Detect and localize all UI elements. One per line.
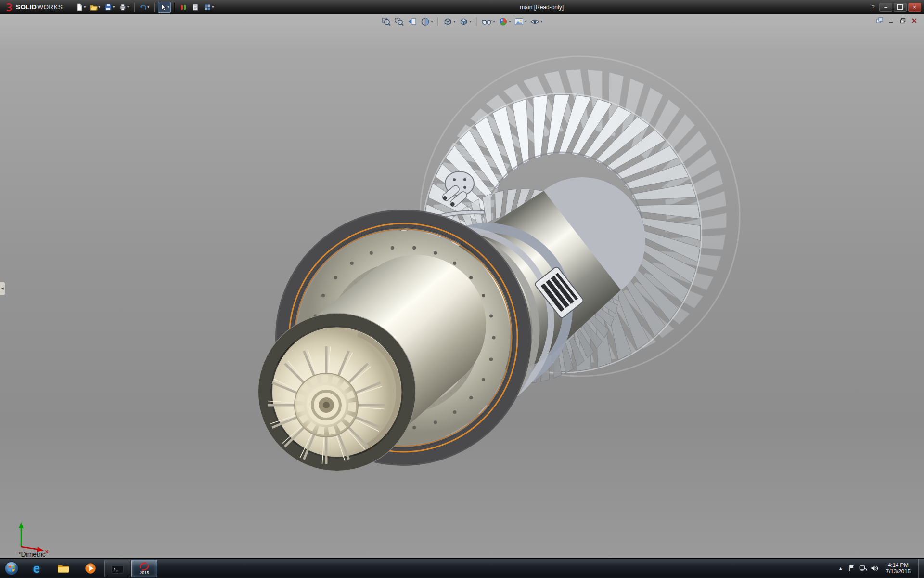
- dropdown-caret-icon: ▾: [127, 5, 129, 9]
- appearance-colors-icon: [180, 3, 187, 11]
- view-orientation-label: *Dimetric: [18, 551, 46, 558]
- view-orientation-button[interactable]: ▾: [442, 16, 456, 27]
- section-view-icon: [420, 17, 430, 26]
- clipboard-button[interactable]: [190, 2, 201, 13]
- undo-icon: [139, 3, 147, 11]
- select-cursor-icon: [159, 3, 167, 11]
- main-toolbar: ▾ ▾ ▾: [74, 2, 215, 13]
- taskbar-item-command-prompt[interactable]: [104, 560, 130, 577]
- dropdown-caret-icon: ▾: [431, 20, 433, 24]
- windows-start-orb-icon: [4, 561, 19, 576]
- y-axis-arrow: [19, 522, 24, 528]
- section-view-button[interactable]: ▾: [420, 16, 433, 27]
- close-icon: ×: [913, 4, 916, 10]
- undo-button[interactable]: ▾: [138, 2, 151, 13]
- show-desktop-button[interactable]: [918, 559, 924, 578]
- zoom-to-area-icon: [394, 17, 404, 26]
- appearance-colors-button[interactable]: [178, 2, 189, 13]
- show-hidden-icons-button[interactable]: ▲: [837, 566, 845, 571]
- zoom-to-area-button[interactable]: [394, 16, 404, 27]
- hide-show-items-button[interactable]: ▾: [481, 16, 495, 27]
- taskbar-clock[interactable]: 4:14 PM 7/13/2015: [882, 562, 914, 575]
- logo-text-light: WORKS: [37, 3, 63, 11]
- clipboard-icon: [192, 3, 199, 11]
- cascade-document-button[interactable]: [875, 16, 885, 25]
- close-window-button[interactable]: ×: [908, 3, 921, 12]
- restore-icon: [900, 18, 906, 24]
- solidworks-version-badge: 2015: [140, 571, 149, 575]
- dropdown-caret-icon: ▾: [509, 20, 511, 24]
- system-tray: ▲: [837, 559, 924, 578]
- new-document-button[interactable]: ▾: [74, 2, 87, 13]
- save-button[interactable]: ▾: [103, 2, 116, 13]
- apply-scene-icon: [514, 17, 524, 26]
- minimize-icon: –: [884, 4, 887, 10]
- taskbar-item-file-explorer[interactable]: [51, 560, 77, 577]
- restore-document-button[interactable]: [898, 16, 908, 25]
- dropdown-caret-icon: ▾: [469, 20, 471, 24]
- dropdown-caret-icon: ▾: [212, 5, 214, 9]
- print-icon: [119, 3, 127, 11]
- help-icon: ?: [871, 3, 874, 11]
- apply-scene-button[interactable]: ▾: [514, 16, 527, 27]
- help-button[interactable]: ?: [868, 3, 878, 12]
- taskbar-item-solidworks-2015[interactable]: 2015: [131, 560, 157, 577]
- maximize-icon: [897, 4, 903, 10]
- start-button[interactable]: [0, 559, 23, 578]
- network-status-button[interactable]: [859, 565, 867, 572]
- toolbar-separator: [437, 17, 438, 26]
- print-button[interactable]: ▾: [117, 2, 130, 13]
- window-title: main [Read-only]: [215, 4, 868, 11]
- clock-time: 4:14 PM: [886, 562, 911, 568]
- display-style-button[interactable]: ▾: [458, 16, 472, 27]
- collapse-arrow-icon: ◀: [1, 287, 3, 290]
- jet-engine-model[interactable]: x: [0, 14, 924, 559]
- volume-button[interactable]: [871, 565, 879, 572]
- feature-manager-collapse-tab[interactable]: ◀: [0, 282, 5, 295]
- close-document-button[interactable]: [910, 16, 919, 25]
- close-icon: [911, 18, 917, 24]
- dropdown-caret-icon: ▾: [493, 20, 495, 24]
- graphics-area[interactable]: x: [0, 14, 924, 559]
- toolbar-separator: [134, 3, 134, 12]
- document-window-controls: [875, 16, 919, 25]
- previous-view-button[interactable]: [407, 16, 417, 27]
- dropdown-caret-icon: ▾: [541, 20, 543, 24]
- taskbar-item-internet-explorer[interactable]: e: [24, 560, 50, 577]
- action-center-button[interactable]: [848, 565, 856, 572]
- volume-icon: [871, 565, 879, 572]
- x-axis-label: x: [45, 548, 49, 555]
- 3ds-swirl-icon: [5, 3, 13, 12]
- select-tool-button[interactable]: ▾: [158, 2, 171, 13]
- toolbar-separator: [174, 3, 175, 12]
- toolbar-separator: [154, 3, 154, 12]
- previous-view-icon: [407, 17, 417, 26]
- toolbar-separator: [476, 17, 476, 26]
- minimize-window-button[interactable]: –: [879, 3, 892, 12]
- open-folder-icon: [90, 3, 98, 11]
- minimize-document-button[interactable]: [886, 16, 896, 25]
- edit-appearance-button[interactable]: ▾: [498, 16, 512, 27]
- cascade-icon: [876, 17, 883, 24]
- dropdown-caret-icon: ▾: [167, 5, 169, 9]
- dropdown-caret-icon: ▾: [525, 20, 527, 24]
- edit-appearance-icon: [499, 17, 508, 26]
- maximize-window-button[interactable]: [894, 3, 907, 12]
- zoom-to-fit-button[interactable]: [381, 16, 391, 27]
- options-button[interactable]: ▾: [202, 2, 215, 13]
- taskbar-item-media-player[interactable]: [77, 560, 103, 577]
- tray-expand-icon: ▲: [838, 566, 843, 571]
- reference-triad: x: [19, 522, 49, 555]
- zoom-to-fit-icon: [381, 17, 391, 26]
- minimize-icon: [888, 18, 894, 24]
- hide-show-items-icon: [481, 17, 492, 26]
- logo-text-bold: SOLID: [16, 3, 37, 11]
- clock-date: 7/13/2015: [886, 568, 911, 575]
- action-center-flag-icon: [848, 565, 856, 572]
- new-document-icon: [76, 3, 83, 11]
- view-settings-button[interactable]: ▾: [530, 16, 543, 27]
- save-icon: [104, 3, 112, 11]
- open-button[interactable]: ▾: [89, 2, 102, 13]
- app-logo: SOLID WORKS: [0, 3, 67, 12]
- file-explorer-icon: [57, 564, 70, 574]
